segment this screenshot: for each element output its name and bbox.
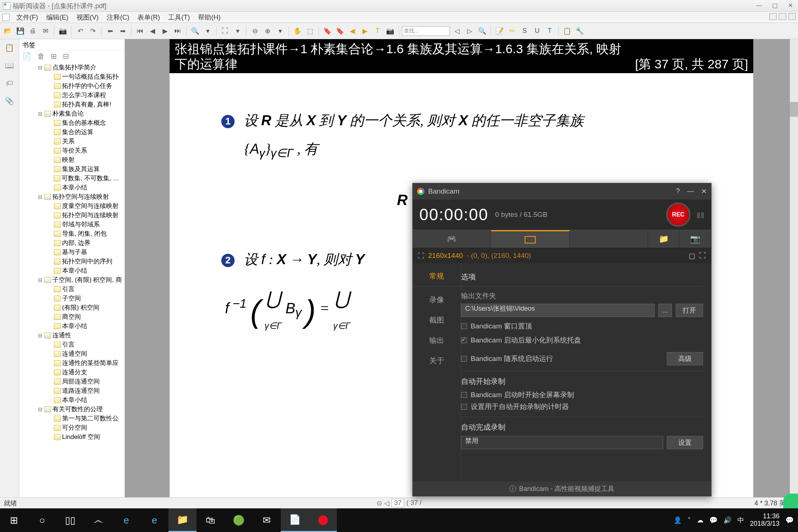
menu-help[interactable]: 帮助(H): [194, 11, 224, 23]
underline-icon[interactable]: U: [532, 25, 543, 37]
camera-icon[interactable]: 📷: [385, 25, 396, 37]
tree-node[interactable]: 怎么学习本课程: [19, 91, 123, 100]
typewriter-icon[interactable]: T: [544, 25, 555, 37]
next-view-icon[interactable]: ➡: [117, 25, 128, 37]
bandicam-window[interactable]: Bandicam ? — ✕ 00:00:00 0 bytes / 61.5GB…: [412, 183, 712, 497]
tree-node[interactable]: 可数集, 不可数集, 基数: [19, 174, 123, 183]
scrollbar[interactable]: [790, 39, 798, 497]
bk-expand-icon[interactable]: ⊞: [51, 52, 57, 61]
chk-auto-fullscreen[interactable]: Bandicam 启动时开始全屏幕录制: [461, 390, 703, 400]
tree-node[interactable]: 本章小结: [19, 395, 123, 405]
snapshot-icon[interactable]: 📷: [57, 25, 68, 37]
fit-icon[interactable]: ⛶: [219, 25, 231, 37]
tree-node[interactable]: 拓扑空间与连续映射: [19, 211, 123, 220]
tree-node[interactable]: ⊟连通性: [19, 331, 123, 340]
menu-form[interactable]: 表单(R): [134, 11, 164, 23]
tray-cloud-icon[interactable]: ☁: [697, 516, 703, 524]
mode-folder[interactable]: 📁: [648, 230, 680, 248]
bookmark-icon[interactable]: 🔖: [322, 25, 333, 37]
help-bubble[interactable]: [783, 494, 798, 508]
menu-file[interactable]: 文件(F): [13, 11, 42, 23]
tree-node[interactable]: 拓扑真有趣, 真棒!: [19, 100, 123, 109]
side-output[interactable]: 输出: [413, 330, 461, 351]
bk-add-icon[interactable]: 📄: [22, 52, 31, 61]
page-current[interactable]: 37: [392, 499, 404, 507]
settings-button[interactable]: 设置: [667, 436, 703, 449]
tree-node[interactable]: 邻域与邻域系: [19, 220, 123, 229]
zoom-icon[interactable]: 🔍: [190, 25, 201, 37]
strike-icon[interactable]: S: [519, 25, 530, 37]
advanced-button[interactable]: 高级: [667, 352, 703, 365]
tree-node[interactable]: 关系: [19, 137, 123, 146]
cortana-icon[interactable]: ○: [28, 508, 56, 532]
zoom-out-icon[interactable]: ⊖: [249, 25, 260, 37]
bandicam-icon[interactable]: ⬤: [309, 508, 337, 532]
bk-collapse-icon[interactable]: ⊟: [63, 52, 69, 61]
tab-options[interactable]: 选项: [461, 272, 703, 287]
page-first-icon[interactable]: ⊙: [376, 499, 382, 507]
tree-node[interactable]: 一句话概括点集拓扑: [19, 72, 123, 81]
tree-node[interactable]: ⊟点集拓扑学简介: [19, 63, 123, 72]
search-next-icon[interactable]: ▷: [464, 25, 475, 37]
taskview-icon[interactable]: ▯▯: [56, 508, 84, 532]
minimize-button[interactable]: —: [753, 1, 765, 10]
tree-node[interactable]: 集合的基本概念: [19, 118, 123, 127]
tree-node[interactable]: 本章小结: [19, 266, 123, 275]
tree-node[interactable]: ⊟拓扑空间与连续映射: [19, 192, 123, 201]
tree-node[interactable]: 子空间: [19, 294, 123, 303]
explorer-icon[interactable]: 📁: [168, 508, 197, 532]
tree-node[interactable]: 拓扑空间中的序列: [19, 257, 123, 266]
notification-icon[interactable]: 💬: [785, 516, 794, 524]
chk-window-top[interactable]: Bandicam 窗口置顶: [461, 321, 703, 331]
undo-icon[interactable]: ↶: [75, 25, 86, 37]
bookmark-tree[interactable]: ⊟点集拓扑学简介一句话概括点集拓扑拓扑学的中心任务怎么学习本课程拓扑真有趣, 真…: [19, 62, 125, 497]
chk-minimize-tray[interactable]: Bandicam 启动后最小化到系统托盘: [461, 335, 581, 345]
bookmark-add-icon[interactable]: 🔖: [334, 25, 345, 37]
tree-node[interactable]: ⊟朴素集合论: [19, 109, 123, 118]
book-icon[interactable]: 📖: [5, 61, 14, 70]
bookmark-prev-icon[interactable]: ◀: [347, 25, 358, 37]
tree-node[interactable]: 引言: [19, 340, 123, 349]
highlight-icon[interactable]: ✏: [507, 25, 518, 37]
bc-collapse-icon[interactable]: ▢: [689, 252, 695, 260]
page-prev-icon[interactable]: ◁: [384, 499, 389, 507]
tree-node[interactable]: 导集, 闭集, 闭包: [19, 229, 123, 238]
note-icon[interactable]: 📝: [494, 25, 505, 37]
pause-icon[interactable]: ▮▮: [696, 210, 705, 219]
form-icon[interactable]: 📋: [562, 25, 573, 37]
edge-icon[interactable]: e: [140, 508, 168, 532]
chk-startup[interactable]: Bandicam 随系统启动运行: [461, 354, 553, 364]
tree-node[interactable]: 本章小结: [19, 321, 123, 331]
save-icon[interactable]: 💾: [15, 25, 26, 37]
inner-restore[interactable]: [779, 13, 786, 20]
tree-node[interactable]: 集族及其运算: [19, 164, 123, 174]
select-icon[interactable]: ⬚: [304, 25, 316, 37]
tree-node[interactable]: ⊟有关可数性的公理: [19, 405, 123, 414]
tree-node[interactable]: 可分空间: [19, 423, 123, 432]
scrollbar-thumb[interactable]: [790, 102, 798, 117]
tree-node[interactable]: (有限) 积空间: [19, 303, 123, 312]
chk-auto-timer[interactable]: 设置用于自动开始录制的计时器: [461, 402, 703, 412]
next-page-icon[interactable]: ▶: [160, 25, 171, 37]
search-prev-icon[interactable]: ◁: [451, 25, 463, 37]
zoom-dd-icon[interactable]: ▾: [202, 25, 213, 37]
foxit-icon[interactable]: 📄: [281, 508, 309, 532]
tree-node[interactable]: 拓扑学的中心任务: [19, 81, 123, 91]
side-record[interactable]: 录像: [413, 290, 461, 310]
tree-node[interactable]: 商空间: [19, 312, 123, 321]
fit-dd-icon[interactable]: ▾: [232, 25, 243, 37]
inner-minimize[interactable]: [769, 13, 777, 20]
tree-node[interactable]: 连通分支: [19, 368, 123, 377]
tree-node[interactable]: 映射: [19, 155, 123, 164]
record-button[interactable]: REC: [666, 202, 690, 227]
tree-node[interactable]: ⊟子空间, (有限) 积空间, 商: [19, 275, 123, 284]
open-icon[interactable]: 📂: [2, 25, 13, 37]
start-button[interactable]: ⊞: [0, 508, 28, 532]
tree-node[interactable]: Lindelöff 空间: [19, 432, 123, 441]
tray-people-icon[interactable]: 👤: [673, 516, 682, 524]
adv-search-icon[interactable]: 🔍: [477, 25, 488, 37]
mode-screen[interactable]: [491, 230, 569, 248]
hand-icon[interactable]: ✋: [292, 25, 303, 37]
store-icon[interactable]: 🛍: [197, 508, 225, 532]
menu-annotate[interactable]: 注释(C): [103, 11, 133, 23]
